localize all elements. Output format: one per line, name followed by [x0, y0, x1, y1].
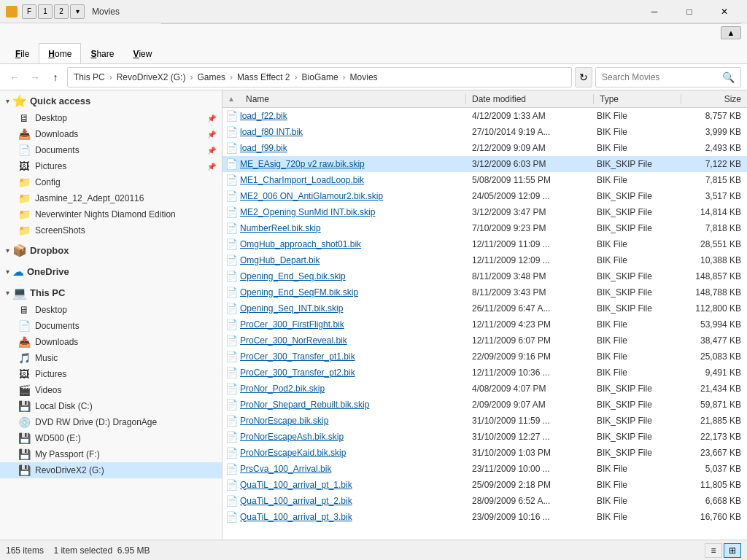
file-name[interactable]: load_f99.bik: [240, 143, 466, 153]
table-row[interactable]: 📄QuaTiL_100_arrival_pt_1.bik25/09/2009 2…: [222, 477, 747, 493]
large-icon-view-btn[interactable]: ⊞: [724, 543, 741, 558]
col-type-header[interactable]: Type: [594, 94, 681, 104]
crumb-masseffect[interactable]: Mass Effect 2: [237, 72, 290, 82]
sidebar-quickaccess-header[interactable]: ▾ ⭐ Quick access: [0, 92, 222, 110]
table-row[interactable]: 📄load_f22.bik4/12/2009 1:33 AMBIK File8,…: [222, 108, 747, 124]
table-row[interactable]: 📄load_f99.bik2/12/2009 9:09 AMBIK File2,…: [222, 140, 747, 156]
table-row[interactable]: 📄load_f80 INT.bik27/10/2014 9:19 A...BIK…: [222, 124, 747, 140]
sidebar-item-wd500[interactable]: 💾 WD500 (E:): [0, 430, 222, 446]
file-name[interactable]: ProNorEscape.bik.skip: [240, 416, 466, 426]
file-name[interactable]: NumberReel.bik.skip: [240, 223, 466, 233]
sidebar-item-mypassport[interactable]: 💾 My Passport (F:): [0, 446, 222, 462]
table-row[interactable]: 📄PrsCva_100_Arrival.bik23/11/2009 10:00 …: [222, 461, 747, 477]
sidebar-item-config[interactable]: 📁 Config: [0, 174, 222, 190]
table-row[interactable]: 📄ProNor_Shepard_Rebuilt.bik.skip2/09/200…: [222, 397, 747, 413]
ribbon-collapse-btn[interactable]: ▲: [721, 26, 741, 39]
back-button[interactable]: ←: [6, 69, 23, 86]
file-name[interactable]: QuaTiL_100_arrival_pt_1.bik: [240, 480, 466, 490]
details-view-btn[interactable]: ≡: [705, 543, 722, 558]
qa-dropdown[interactable]: ▾: [70, 4, 85, 19]
crumb-drive[interactable]: RevoDriveX2 (G:): [117, 72, 186, 82]
table-row[interactable]: 📄ProNorEscape.bik.skip31/10/2009 11:59 .…: [222, 413, 747, 429]
table-row[interactable]: 📄ProNorEscapeAsh.bik.skip31/10/2009 12:2…: [222, 429, 747, 445]
ribbon-tab-home[interactable]: Home: [39, 43, 81, 63]
file-name[interactable]: load_f80 INT.bik: [240, 127, 466, 137]
table-row[interactable]: 📄OmgHub_approach_shot01.bik12/11/2009 11…: [222, 236, 747, 252]
up-button[interactable]: ↑: [47, 69, 64, 86]
table-row[interactable]: 📄QuaTiL_100_arrival_pt_2.bik28/09/2009 6…: [222, 493, 747, 509]
file-name[interactable]: Opening_End_SeqFM.bik.skip: [240, 287, 466, 298]
sidebar-item-thispc-videos[interactable]: 🎬 Videos: [0, 382, 222, 398]
file-name[interactable]: ME1_CharImport_LoadLoop.bik: [240, 175, 466, 185]
file-name[interactable]: ProCer_300_Transfer_pt2.bik: [240, 368, 466, 378]
sidebar-item-neverwinter[interactable]: 📁 Neverwinter Nights Diamond Edition: [0, 206, 222, 222]
table-row[interactable]: 📄QuaTiL_100_arrival_pt_3.bik23/09/2009 1…: [222, 509, 747, 525]
sidebar-item-thispc-downloads[interactable]: 📥 Downloads: [0, 334, 222, 350]
ribbon-tab-view[interactable]: View: [123, 43, 161, 63]
sidebar-thispc-header[interactable]: ▾ 💻 This PC: [0, 284, 222, 302]
sidebar-item-thispc-music[interactable]: 🎵 Music: [0, 350, 222, 366]
col-date-header[interactable]: Date modified: [466, 94, 594, 104]
file-name[interactable]: ProCer_300_FirstFlight.bik: [240, 319, 466, 330]
search-input[interactable]: [602, 72, 722, 82]
address-bar[interactable]: This PC › RevoDriveX2 (G:) › Games › Mas…: [67, 67, 572, 88]
col-name-header[interactable]: Name: [240, 94, 466, 104]
file-name[interactable]: PrsCva_100_Arrival.bik: [240, 464, 466, 474]
sidebar-onedrive-header[interactable]: ▾ ☁ OneDrive: [0, 262, 222, 281]
file-name[interactable]: ProCer_300_Transfer_pt1.bik: [240, 351, 466, 362]
file-name[interactable]: OmgHub_approach_shot01.bik: [240, 239, 466, 249]
file-name[interactable]: ME_EAsig_720p v2 raw.bik.skip: [240, 159, 466, 169]
table-row[interactable]: 📄ProCer_300_Transfer_pt2.bik12/11/2009 1…: [222, 365, 747, 381]
sidebar-dropbox-header[interactable]: ▾ 📦 Dropbox: [0, 241, 222, 260]
file-name[interactable]: ME2_006 ON_AntiGlamour2.bik.skip: [240, 191, 466, 201]
table-row[interactable]: 📄ME2_006 ON_AntiGlamour2.bik.skip24/05/2…: [222, 188, 747, 204]
ribbon-tab-share[interactable]: Share: [81, 43, 123, 63]
file-name[interactable]: QuaTiL_100_arrival_pt_2.bik: [240, 496, 466, 506]
table-row[interactable]: 📄ME_EAsig_720p v2 raw.bik.skip3/12/2009 …: [222, 156, 747, 172]
minimize-button[interactable]: ─: [638, 0, 671, 23]
table-row[interactable]: 📄ME1_CharImport_LoadLoop.bik5/08/2009 11…: [222, 172, 747, 188]
table-row[interactable]: 📄ProCer_300_FirstFlight.bik12/11/2009 4:…: [222, 316, 747, 332]
sidebar-item-localc[interactable]: 💾 Local Disk (C:): [0, 398, 222, 414]
crumb-biogame[interactable]: BioGame: [302, 72, 338, 82]
table-row[interactable]: 📄ProCer_300_NorReveal.bik12/11/2009 6:07…: [222, 332, 747, 349]
file-name[interactable]: Opening_End_Seq.bik.skip: [240, 271, 466, 281]
refresh-button[interactable]: ↻: [575, 67, 592, 88]
maximize-button[interactable]: □: [673, 0, 706, 23]
crumb-games[interactable]: Games: [197, 72, 225, 82]
table-row[interactable]: 📄NumberReel.bik.skip7/10/2009 9:23 PMBIK…: [222, 220, 747, 236]
table-row[interactable]: 📄ProNor_Pod2.bik.skip4/08/2009 4:07 PMBI…: [222, 381, 747, 397]
sidebar-item-revo[interactable]: 💾 RevoDriveX2 (G:): [0, 462, 222, 478]
sidebar-item-screenshots[interactable]: 📁 ScreenShots: [0, 222, 222, 238]
table-row[interactable]: 📄Opening_End_Seq.bik.skip8/11/2009 3:48 …: [222, 268, 747, 284]
file-name[interactable]: ProNorEscapeAsh.bik.skip: [240, 432, 466, 442]
forward-button[interactable]: →: [26, 69, 44, 86]
crumb-thispc[interactable]: This PC: [74, 72, 105, 82]
sidebar-item-thispc-desktop[interactable]: 🖥 Desktop: [0, 302, 222, 318]
sidebar-item-jasmine[interactable]: 📁 Jasmine_12_Adept_020116: [0, 190, 222, 206]
file-name[interactable]: ProCer_300_NorReveal.bik: [240, 335, 466, 346]
ribbon-tab-file[interactable]: File: [6, 43, 39, 63]
qa-btn-3[interactable]: 2: [54, 4, 69, 19]
close-button[interactable]: ✕: [708, 0, 741, 23]
table-row[interactable]: 📄OmgHub_Depart.bik12/11/2009 12:09 ...BI…: [222, 252, 747, 268]
table-row[interactable]: 📄ProCer_300_Transfer_pt1.bik22/09/2009 9…: [222, 349, 747, 365]
search-box[interactable]: 🔍: [595, 67, 741, 88]
sidebar-item-downloads[interactable]: 📥 Downloads 📌: [0, 126, 222, 142]
qa-btn-1[interactable]: F: [22, 4, 36, 19]
sidebar-item-documents[interactable]: 📄 Documents 📌: [0, 142, 222, 158]
table-row[interactable]: 📄Opening_End_SeqFM.bik.skip8/11/2009 3:4…: [222, 284, 747, 300]
table-row[interactable]: 📄Opening_Seq_INT.bik.skip26/11/2009 6:47…: [222, 300, 747, 316]
file-name[interactable]: ProNor_Pod2.bik.skip: [240, 384, 466, 394]
file-name[interactable]: QuaTiL_100_arrival_pt_3.bik: [240, 512, 466, 522]
sidebar-item-pictures[interactable]: 🖼 Pictures 📌: [0, 158, 222, 174]
file-name[interactable]: Opening_Seq_INT.bik.skip: [240, 303, 466, 314]
file-name[interactable]: ProNor_Shepard_Rebuilt.bik.skip: [240, 400, 466, 410]
qa-btn-2[interactable]: 1: [38, 4, 53, 19]
file-name[interactable]: load_f22.bik: [240, 111, 466, 121]
file-name[interactable]: ProNorEscapeKaid.bik.skip: [240, 448, 466, 458]
sidebar-item-thispc-pictures[interactable]: 🖼 Pictures: [0, 366, 222, 382]
file-name[interactable]: OmgHub_Depart.bik: [240, 255, 466, 265]
sidebar-item-thispc-documents[interactable]: 📄 Documents: [0, 318, 222, 334]
table-row[interactable]: 📄ProNorEscapeKaid.bik.skip31/10/2009 1:0…: [222, 445, 747, 461]
